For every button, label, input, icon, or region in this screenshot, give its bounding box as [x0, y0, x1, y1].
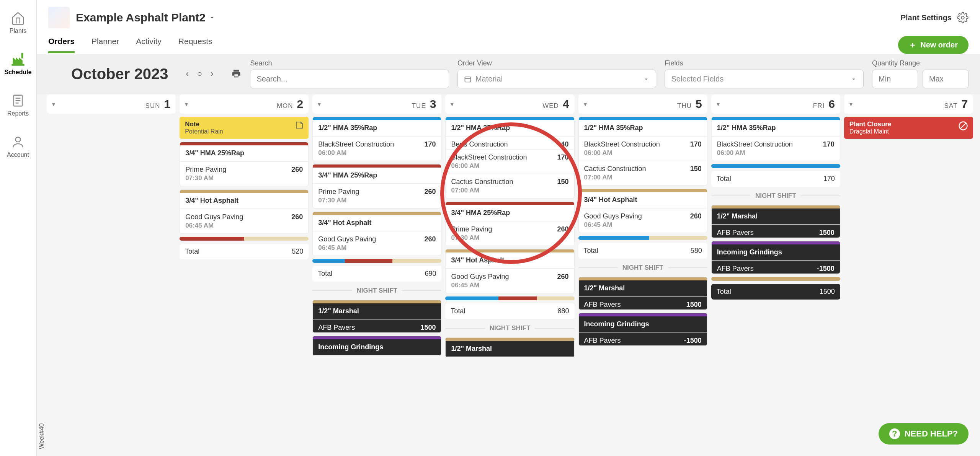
fields-label: Fields [665, 59, 864, 67]
print-icon[interactable] [231, 68, 242, 79]
day-header: ▾ THU5 [578, 94, 707, 114]
qty-range-label: Quantity Range [872, 59, 969, 67]
plant-logo [48, 7, 70, 28]
plant-selector[interactable]: Example Asphalt Plant2 [48, 7, 216, 28]
day-column-thu: ▾ THU5 1/2" HMA 35%Rap BlackStreet Const… [578, 94, 707, 425]
search-input[interactable] [250, 70, 449, 88]
order-card[interactable]: 3/4" Hot Asphalt Good Guys Paving260 06:… [578, 189, 707, 233]
order-card[interactable]: 3/4" Hot Asphalt Good Guys Paving260 06:… [445, 249, 574, 293]
day-expand-toggle[interactable]: ▾ [318, 101, 321, 108]
sidebar-label: Plants [10, 28, 26, 34]
left-sidebar: Plants Schedule Reports Account [0, 0, 37, 456]
sidebar-label: Account [7, 151, 29, 158]
day-column-sat: ▾ SAT7 Plant Closure Dragslat Maint [844, 94, 973, 425]
night-shift-divider: NIGHT SHIFT [445, 324, 574, 332]
day-expand-toggle[interactable]: ▾ [185, 101, 188, 108]
svg-point-6 [961, 16, 964, 19]
day-progress [445, 296, 574, 300]
qty-min-input[interactable] [872, 70, 918, 88]
tab-requests[interactable]: Requests [178, 37, 212, 53]
day-total: Total880 [445, 303, 574, 319]
prev-month-button[interactable]: ‹ [184, 67, 190, 80]
search-label: Search [250, 59, 449, 67]
chevron-down-icon [850, 76, 857, 83]
sidebar-label: Reports [7, 110, 29, 117]
gear-icon[interactable] [957, 12, 969, 23]
order-view-select[interactable]: Material [457, 70, 657, 88]
main-area: Example Asphalt Plant2 Plant Settings Or… [37, 0, 980, 456]
day-column-wed: ▾ WED4 1/2" HMA 35%Rap Berts Constructio… [445, 94, 574, 425]
plant-settings-link[interactable]: Plant Settings [901, 13, 952, 22]
order-card[interactable]: 3/4" HMA 25%Rap Prime Paving260 07:30 AM [445, 202, 574, 246]
sidebar-item-reports[interactable]: Reports [0, 90, 36, 120]
document-icon [11, 93, 25, 108]
day-total: Total580 [578, 243, 707, 259]
sidebar-item-plants[interactable]: Plants [0, 8, 36, 37]
day-progress [180, 237, 309, 241]
user-icon [11, 135, 25, 149]
header: Example Asphalt Plant2 Plant Settings Or… [37, 0, 980, 54]
night-shift-divider: NIGHT SHIFT [578, 264, 707, 272]
week-label: Week#40 [37, 94, 47, 456]
svg-point-5 [16, 137, 21, 142]
note-card[interactable]: Note Potential Rain [180, 117, 309, 139]
help-icon: ? [889, 428, 900, 439]
today-button[interactable]: ○ [196, 67, 204, 80]
fields-select[interactable]: Selected Fields [665, 70, 864, 88]
calendar-icon [464, 75, 472, 83]
tabs: Orders Planner Activity Requests [48, 37, 212, 53]
tab-planner[interactable]: Planner [91, 37, 119, 53]
day-column-mon: ▾ MON2 Note Potential Rain 3/4" HMA 25%R… [180, 94, 309, 425]
order-card-night[interactable]: 1/2" Marshal AFB Pavers1500 [711, 205, 840, 238]
day-column-fri: ▾ FRI6 1/2" HMA 35%Rap BlackStreet Const… [711, 94, 840, 425]
sidebar-label: Schedule [4, 69, 31, 76]
order-card-night[interactable]: 1/2" Marshal AFB Pavers1500 [578, 277, 707, 310]
sidebar-item-schedule[interactable]: Schedule [0, 49, 36, 79]
chevron-down-icon [209, 14, 216, 21]
order-card[interactable]: 3/4" Hot Asphalt Good Guys Paving260 06:… [312, 212, 441, 256]
day-progress [312, 259, 441, 263]
order-card[interactable]: 3/4" Hot Asphalt Good Guys Paving260 06:… [180, 189, 309, 234]
order-card[interactable]: 1/2" HMA 35%Rap Berts Construction40 Bla… [445, 117, 574, 199]
sidebar-item-account[interactable]: Account [0, 132, 36, 161]
day-expand-toggle[interactable]: ▾ [52, 101, 55, 108]
day-total: Total170 [711, 171, 840, 187]
order-card[interactable]: 1/2" HMA 35%Rap BlackStreet Construction… [312, 117, 441, 161]
day-expand-toggle[interactable]: ▾ [717, 101, 720, 108]
tab-activity[interactable]: Activity [136, 37, 162, 53]
closure-card[interactable]: Plant Closure Dragslat Maint [844, 117, 973, 139]
order-card[interactable]: 1/2" HMA 35%Rap BlackStreet Construction… [711, 117, 840, 161]
day-expand-toggle[interactable]: ▾ [849, 101, 853, 108]
day-expand-toggle[interactable]: ▾ [584, 101, 587, 108]
new-order-button[interactable]: New order [898, 36, 969, 54]
plant-name: Example Asphalt Plant2 [76, 11, 206, 24]
calendar: Week#40 ▾ SUN1 ▾ MON2 Note Potential Rai… [37, 94, 980, 456]
order-card-night[interactable]: 1/2" Marshal [445, 337, 574, 357]
chevron-down-icon [643, 76, 650, 83]
home-icon [11, 11, 25, 25]
order-card-night[interactable]: Incoming Grindings [312, 336, 441, 356]
help-button[interactable]: ? NEED HELP? [879, 423, 969, 445]
day-progress [711, 277, 840, 281]
day-header: ▾ TUE3 [312, 94, 441, 114]
night-shift-divider: NIGHT SHIFT [711, 192, 840, 200]
day-expand-toggle[interactable]: ▾ [451, 101, 454, 108]
svg-line-12 [960, 123, 966, 129]
qty-max-input[interactable] [923, 70, 969, 88]
order-card[interactable]: 1/2" HMA 35%Rap BlackStreet Construction… [578, 117, 707, 186]
tab-orders[interactable]: Orders [48, 37, 75, 53]
day-header: ▾ SUN1 [47, 94, 176, 114]
order-card[interactable]: 3/4" HMA 25%Rap Prime Paving260 07:30 AM [312, 164, 441, 208]
order-card-night[interactable]: Incoming Grindings AFB Pavers-1500 [578, 313, 707, 346]
order-card-night[interactable]: 1/2" Marshal AFB Pavers1500 [312, 300, 441, 333]
day-total: Total690 [312, 266, 441, 282]
night-total: Total1500 [711, 284, 840, 300]
day-column-tue: ▾ TUE3 1/2" HMA 35%Rap BlackStreet Const… [312, 94, 441, 425]
filter-bar: October 2023 ‹ ○ › Search Order View Mat… [37, 54, 980, 94]
plus-icon [909, 41, 916, 49]
day-column-sun: ▾ SUN1 [47, 94, 176, 425]
order-card[interactable]: 3/4" HMA 25%Rap Prime Paving260 07:30 AM [180, 142, 309, 186]
order-card-night[interactable]: Incoming Grindings AFB Pavers-1500 [711, 241, 840, 274]
next-month-button[interactable]: › [209, 67, 215, 80]
day-header: ▾ FRI6 [711, 94, 840, 114]
